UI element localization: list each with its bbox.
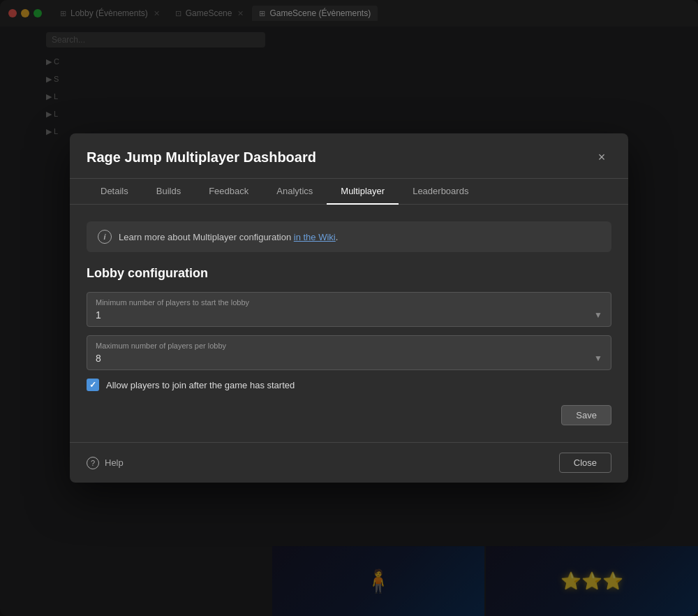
modal-close-button[interactable]: × — [592, 147, 611, 167]
save-button[interactable]: Save — [561, 405, 611, 425]
max-players-selected: 8 — [96, 353, 101, 364]
checkbox-check-icon: ✓ — [89, 380, 96, 390]
help-label: Help — [105, 457, 124, 468]
tab-multiplayer[interactable]: Multiplayer — [327, 179, 399, 205]
save-button-row: Save — [87, 405, 611, 425]
info-text-end: . — [336, 232, 339, 242]
info-text-before: Learn more about Multiplayer configurati… — [119, 232, 294, 242]
modal-tab-bar: Details Builds Feedback Analytics Multip… — [70, 179, 628, 205]
modal-footer: ? Help Close — [70, 442, 628, 483]
min-players-dropdown[interactable]: Minimum number of players to start the l… — [87, 292, 611, 327]
min-players-selected: 1 — [96, 309, 101, 321]
allow-join-row: ✓ Allow players to join after the game h… — [87, 379, 611, 391]
help-row[interactable]: ? Help — [87, 457, 124, 469]
modal-overlay: Rage Jump Multiplayer Dashboard × Detail… — [0, 0, 698, 616]
tab-builds[interactable]: Builds — [142, 179, 195, 205]
tab-feedback[interactable]: Feedback — [195, 179, 262, 205]
modal-dialog: Rage Jump Multiplayer Dashboard × Detail… — [70, 133, 628, 483]
wiki-link[interactable]: in the Wiki — [294, 232, 336, 242]
info-text: Learn more about Multiplayer configurati… — [119, 232, 338, 242]
allow-join-checkbox[interactable]: ✓ — [87, 379, 99, 391]
allow-join-label: Allow players to join after the game has… — [106, 380, 295, 390]
max-players-value: 8 ▼ — [96, 353, 602, 364]
tab-leaderboards[interactable]: Leaderboards — [399, 179, 482, 205]
info-icon: i — [98, 230, 112, 244]
lobby-config-heading: Lobby configuration — [87, 266, 611, 281]
help-icon: ? — [87, 457, 99, 469]
modal-title: Rage Jump Multiplayer Dashboard — [87, 149, 316, 166]
modal-header: Rage Jump Multiplayer Dashboard × — [70, 133, 628, 179]
min-players-arrow-icon: ▼ — [594, 310, 602, 320]
max-players-arrow-icon: ▼ — [594, 353, 602, 363]
min-players-label: Minimum number of players to start the l… — [96, 298, 602, 307]
min-players-value: 1 ▼ — [96, 309, 602, 321]
max-players-dropdown[interactable]: Maximum number of players per lobby 8 ▼ — [87, 335, 611, 370]
tab-details[interactable]: Details — [87, 179, 142, 205]
modal-body: i Learn more about Multiplayer configura… — [70, 205, 628, 442]
max-players-label: Maximum number of players per lobby — [96, 342, 602, 350]
close-button[interactable]: Close — [559, 453, 611, 473]
info-banner: i Learn more about Multiplayer configura… — [87, 221, 611, 252]
tab-analytics[interactable]: Analytics — [262, 179, 327, 205]
